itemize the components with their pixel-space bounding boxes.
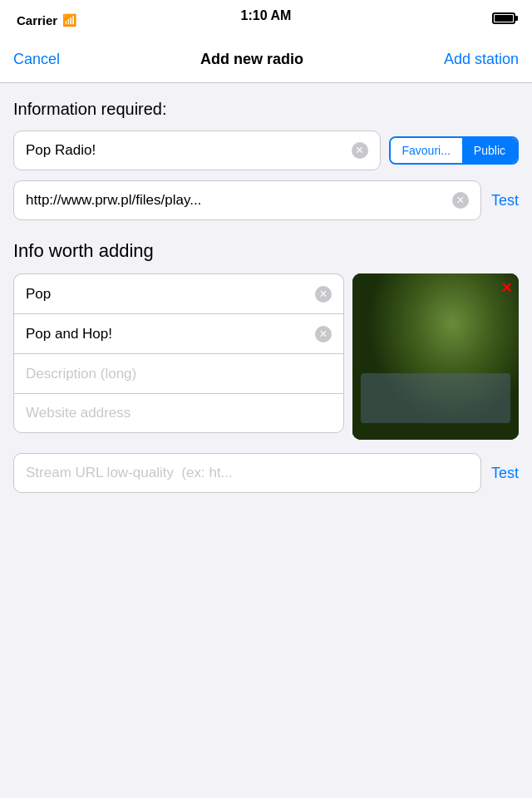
stream-url-row: Test xyxy=(13,180,519,220)
website-input[interactable] xyxy=(26,405,332,421)
station-name-field[interactable] xyxy=(13,131,381,170)
info-grid: × xyxy=(13,273,519,440)
status-time: 1:10 AM xyxy=(241,8,292,23)
stream-url-wrap xyxy=(13,180,481,220)
genre-clear-button[interactable] xyxy=(315,286,332,303)
stream-url-clear-button[interactable] xyxy=(452,192,469,209)
info-required-label: Information required: xyxy=(13,100,519,119)
station-image xyxy=(352,273,519,440)
low-quality-test-button[interactable]: Test xyxy=(491,465,519,482)
short-desc-input[interactable] xyxy=(26,326,308,342)
info-fields-column xyxy=(13,273,344,440)
long-desc-input[interactable] xyxy=(26,366,332,382)
bottom-fields: Test xyxy=(13,453,519,493)
info-optional-label: Info worth adding xyxy=(13,240,519,262)
stream-url-field[interactable] xyxy=(13,180,481,220)
station-image-box[interactable]: × xyxy=(352,273,519,440)
short-desc-clear-button[interactable] xyxy=(315,326,332,342)
genre-input[interactable] xyxy=(26,286,308,303)
cancel-button[interactable]: Cancel xyxy=(13,51,60,68)
station-name-input[interactable] xyxy=(26,142,345,159)
long-desc-field[interactable] xyxy=(13,353,344,393)
genre-field[interactable] xyxy=(13,273,344,313)
image-remove-button[interactable]: × xyxy=(501,278,512,297)
visibility-segment[interactable]: Favouri... Public xyxy=(389,136,520,165)
website-field[interactable] xyxy=(13,393,344,433)
segment-public[interactable]: Public xyxy=(462,138,517,163)
wifi-icon: 📶 xyxy=(62,13,76,27)
short-desc-field[interactable] xyxy=(13,313,344,353)
station-name-row: Favouri... Public xyxy=(13,131,519,170)
low-quality-url-row: Test xyxy=(13,453,519,493)
status-bar: Carrier 📶 1:10 AM xyxy=(0,0,532,37)
low-quality-url-input[interactable] xyxy=(26,465,469,481)
station-name-clear-button[interactable] xyxy=(352,142,368,159)
carrier-label: Carrier 📶 xyxy=(17,13,76,27)
test-button[interactable]: Test xyxy=(491,192,519,209)
low-quality-url-wrap xyxy=(13,453,481,493)
page-title: Add new radio xyxy=(200,51,303,68)
nav-bar: Cancel Add new radio Add station xyxy=(0,37,532,83)
stream-url-input[interactable] xyxy=(26,192,446,209)
main-content: Information required: Favouri... Public … xyxy=(0,83,532,493)
battery-indicator xyxy=(492,12,515,28)
add-station-button[interactable]: Add station xyxy=(444,51,519,68)
segment-favourites[interactable]: Favouri... xyxy=(391,138,462,163)
low-quality-url-field[interactable] xyxy=(13,453,481,493)
